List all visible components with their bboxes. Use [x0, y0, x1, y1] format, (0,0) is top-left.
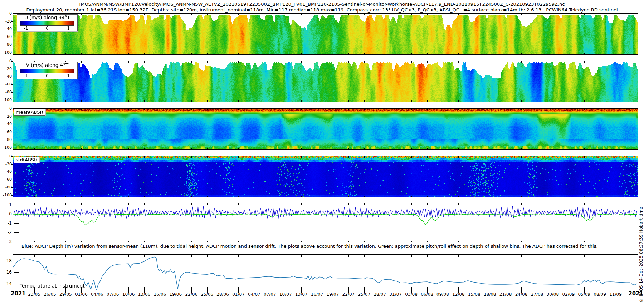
- xtick-label: 25/06: [199, 292, 216, 297]
- std_absi-ytick-label: -100: [0, 193, 12, 197]
- depth_variation-ytick-label: -2: [0, 230, 12, 235]
- mean_absi-canvas: [13, 109, 638, 149]
- u-colorbar-gradient: [20, 21, 74, 26]
- xtick-label: 22/06: [183, 292, 200, 297]
- adcp-figure-root: IMOS/ANMN/NSW/BMP120/Velocity/IMOS_ANMN-…: [0, 0, 644, 304]
- v_velocity-ytick-label: -80: [0, 90, 12, 94]
- v-colorbar-legend: V (m/s) along 4°T -1 0 1: [17, 62, 78, 79]
- mean_absi-ytick-mark: [11, 109, 13, 109]
- u_velocity-ytick-label: -100: [0, 50, 12, 55]
- xtick-label: 11/09: [607, 292, 624, 297]
- xtick-label: 27/08: [528, 292, 546, 297]
- u-legend-title: U (m/s) along 94°T: [17, 15, 77, 21]
- u-cbar-tick-0: 0: [46, 26, 48, 31]
- xtick-label: 30/08: [544, 292, 561, 297]
- xtick-label: 19/07: [324, 292, 341, 297]
- mean_absi-ytick-label: -60: [0, 130, 12, 134]
- u-cbar-tick-pos1: 1: [67, 26, 70, 31]
- v-cbar-tick-pos1: 1: [67, 73, 70, 78]
- v_velocity-ytick-label: -20: [0, 67, 12, 71]
- figure-title-line2: Deployment 20, member 1 lat=36.21S lon=1…: [0, 7, 644, 13]
- temperature-panel: [13, 254, 638, 290]
- std-absi-label: std(ABSI): [14, 157, 39, 163]
- xtick-label: 10/07: [277, 292, 294, 297]
- mean_absi-panel: [13, 108, 638, 150]
- temperature-ytick-label: 16: [0, 270, 12, 274]
- mean_absi-ytick-label: -80: [0, 138, 12, 142]
- std_absi-ytick-mark: [11, 172, 13, 172]
- mean_absi-ytick-mark: [11, 124, 13, 124]
- xtick-label: 13/07: [293, 292, 310, 297]
- mean-absi-label: mean(ABSI): [14, 109, 45, 116]
- std_absi-panel: [13, 156, 638, 197]
- u_velocity-panel: [13, 13, 638, 55]
- std_absi-ytick-label: -40: [0, 170, 12, 174]
- xtick-label: 15/08: [465, 292, 483, 297]
- xtick-label: 13/06: [136, 292, 153, 297]
- xtick-label: 01/06: [73, 292, 90, 297]
- mean_absi-ytick-label: -20: [0, 114, 12, 119]
- depth_variation-ytick-label: -3: [0, 240, 12, 244]
- u_velocity-ytick-label: -60: [0, 35, 12, 39]
- v_velocity-ytick-mark: [11, 77, 13, 77]
- temperature-canvas: [13, 255, 638, 290]
- depth_variation-ytick-label: -1: [0, 221, 12, 225]
- depth_variation-canvas: [13, 203, 638, 242]
- v_velocity-panel: [13, 61, 638, 102]
- std_absi-ytick-mark: [11, 187, 13, 188]
- depth-variation-caption: Blue: ADCP Depth (m) variation from sens…: [21, 244, 598, 249]
- v_velocity-canvas: [13, 61, 638, 102]
- mean_absi-ytick-label: -100: [0, 146, 12, 150]
- v_velocity-ytick-label: 0: [0, 59, 12, 63]
- u-colorbar-legend: U (m/s) along 94°T -1 0 1: [17, 14, 78, 31]
- u_velocity-ytick-label: -20: [0, 19, 12, 24]
- u_velocity-canvas: [13, 14, 638, 54]
- v_velocity-ytick-label: -40: [0, 74, 12, 79]
- depth_variation-ytick-label: 1: [0, 202, 12, 207]
- xtick-label: 18/08: [481, 292, 498, 297]
- depth_variation-ytick-label: 0: [0, 212, 12, 216]
- xtick-label: 26/05: [41, 292, 58, 297]
- v_velocity-ytick-mark: [11, 92, 13, 93]
- xtick-label: 08/09: [591, 292, 609, 297]
- v-colorbar-ticks: -1 0 1: [20, 73, 74, 79]
- v_velocity-ytick-mark: [11, 61, 13, 62]
- temperature-label: Temperature at instrument: [20, 283, 85, 289]
- mean_absi-ytick-mark: [11, 132, 13, 132]
- xtick-label: 19/06: [167, 292, 184, 297]
- xtick-label: 04/06: [88, 292, 106, 297]
- xtick-label: 02/09: [560, 292, 577, 297]
- xtick-label: 16/06: [151, 292, 169, 297]
- std_absi-ytick-mark: [11, 195, 13, 196]
- v_velocity-ytick-label: -100: [0, 98, 12, 102]
- u_velocity-ytick-mark: [11, 21, 13, 22]
- u_velocity-ytick-mark: [11, 37, 13, 37]
- xtick-label: 21/08: [497, 292, 514, 297]
- std_absi-ytick-mark: [11, 156, 13, 157]
- temperature-ytick-label: 14: [0, 281, 12, 286]
- u_velocity-ytick-mark: [11, 14, 13, 14]
- mean_absi-ytick-label: -40: [0, 122, 12, 126]
- mean_absi-ytick-label: 0: [0, 107, 12, 111]
- v_velocity-ytick-label: -60: [0, 82, 12, 87]
- depth_variation-panel: [13, 203, 638, 242]
- u_velocity-ytick-mark: [11, 45, 13, 45]
- mean_absi-ytick-mark: [11, 148, 13, 148]
- u_velocity-ytick-mark: [11, 53, 13, 53]
- xtick-label: 31/07: [387, 292, 404, 297]
- xtick-label: 25/07: [356, 292, 373, 297]
- mean_absi-ytick-mark: [11, 140, 13, 140]
- u_velocity-ytick-label: -80: [0, 43, 12, 47]
- std_absi-canvas: [13, 156, 638, 197]
- std_absi-ytick-label: -20: [0, 162, 12, 166]
- credit-vertical-text: © IMOS 14-Dec-2025 06:27:39 Hobart time: [639, 207, 644, 303]
- xtick-label: 06/08: [419, 292, 436, 297]
- xtick-label: 28/07: [371, 292, 389, 297]
- v-legend-title: V (m/s) along 4°T: [17, 62, 77, 68]
- xtick-label: 22/07: [340, 292, 357, 297]
- xtick-label: 03/08: [403, 292, 420, 297]
- xtick-label: 23/05: [26, 292, 43, 297]
- std_absi-ytick-label: -60: [0, 177, 12, 182]
- xtick-label: 01/07: [230, 292, 247, 297]
- xtick-label: 24/08: [513, 292, 530, 297]
